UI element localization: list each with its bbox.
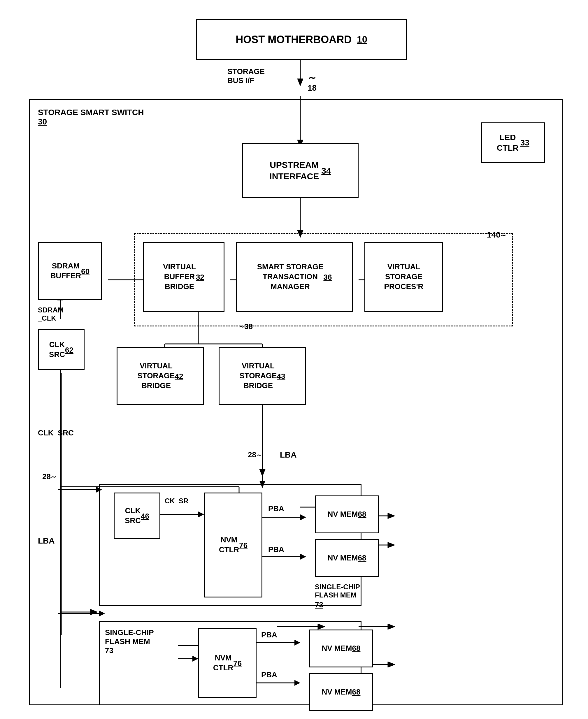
host-motherboard-label: HOST MOTHERBOARD (235, 33, 352, 47)
svg-marker-49 (294, 680, 300, 686)
nv-mem-68-4-box: NV MEM 68 (309, 673, 373, 711)
pba-2-arrow (262, 552, 309, 561)
bus-ref-18: ∼ 18 (308, 72, 317, 93)
clk-src-62-box: CLKSRC 62 (38, 329, 85, 370)
svg-marker-1 (297, 79, 303, 86)
virtual-buffer-bridge-box: VIRTUALBUFFERBRIDGE 32 (143, 242, 225, 312)
svg-marker-58 (259, 481, 265, 488)
sdram-buffer-box: SDRAMBUFFER 60 (38, 242, 102, 300)
led-ctlr-box: LEDCTLR 33 (481, 122, 545, 163)
ref-38-label: ∼38 (239, 322, 253, 331)
storage-smart-switch-label: STORAGE SMART SWITCH30 (38, 108, 144, 126)
svg-marker-53 (99, 611, 105, 616)
svg-marker-41 (198, 511, 204, 517)
storage-bus-label: STORAGEBUS I/F (227, 67, 286, 85)
virtual-storage-processor-box: VIRTUALSTORAGEPROCES'R (364, 242, 443, 312)
vsb43-to-nvm-line (259, 405, 268, 490)
nv-mem-68-3-box: NV MEM 68 (309, 630, 373, 668)
lba-right-label: LBA (280, 450, 297, 460)
diagram: HOST MOTHERBOARD 10 STORAGEBUS I/F ∼ 18 … (0, 0, 588, 719)
svg-marker-56 (96, 487, 102, 492)
host-motherboard-box: HOST MOTHERBOARD 10 (196, 19, 407, 60)
ref-28-left: 28∼ (42, 472, 56, 481)
single-chip-flash-outer-label: SINGLE-CHIPFLASH MEM73 (105, 628, 154, 655)
svg-marker-45 (300, 554, 306, 559)
pba-top-arrow (262, 513, 309, 522)
sdram-clk-label: SDRAM_CLK (38, 306, 64, 322)
host-motherboard-ref: 10 (357, 34, 367, 46)
pba-top-label: PBA (268, 504, 284, 513)
ck-sr-label: CK_SR (165, 497, 188, 505)
nv-mem-68-1-box: NV MEM 68 (315, 495, 379, 533)
clk-src-vertical-label: CLK_SRC (38, 428, 74, 438)
dashed-ref-140: 140∼ (487, 230, 506, 239)
virtual-storage-bridge-42-box: VIRTUALSTORAGEBRIDGE 42 (117, 347, 204, 405)
ck-sr-arrow (160, 510, 207, 519)
pba-outer-top-arrow (256, 638, 303, 647)
left-to-nvm-connector (58, 485, 104, 494)
flash-to-nvm-arrow (178, 654, 201, 663)
left-vertical-line (58, 373, 67, 635)
nvm-ctlr-76-inner-box: NVMCTLR 76 (204, 492, 262, 597)
clk-src-46-box: CLKSRC 46 (114, 492, 160, 539)
upstream-interface-box: UPSTREAMINTERFACE 34 (242, 143, 359, 198)
smart-storage-tm-box: SMART STORAGETRANSACTIONMANAGER 36 (236, 242, 353, 312)
svg-marker-51 (192, 656, 198, 661)
single-chip-flash-inner-ref: 73 (315, 600, 323, 609)
svg-marker-43 (300, 514, 306, 520)
lba-left-label: LBA (38, 536, 55, 546)
nv-mem-68-2-box: NV MEM 68 (315, 539, 379, 577)
pba-outer-bottom-arrow (256, 678, 303, 687)
nvm-ctlr-76-outer-box: NVMCTLR 76 (198, 628, 256, 698)
single-chip-flash-inner-label: SINGLE-CHIPFLASH MEM (315, 583, 360, 599)
svg-marker-47 (294, 640, 300, 646)
pba-outer-bottom-label: PBA (261, 670, 277, 679)
virtual-storage-bridge-43-box: VIRTUALSTORAGEBRIDGE 43 (219, 347, 306, 405)
